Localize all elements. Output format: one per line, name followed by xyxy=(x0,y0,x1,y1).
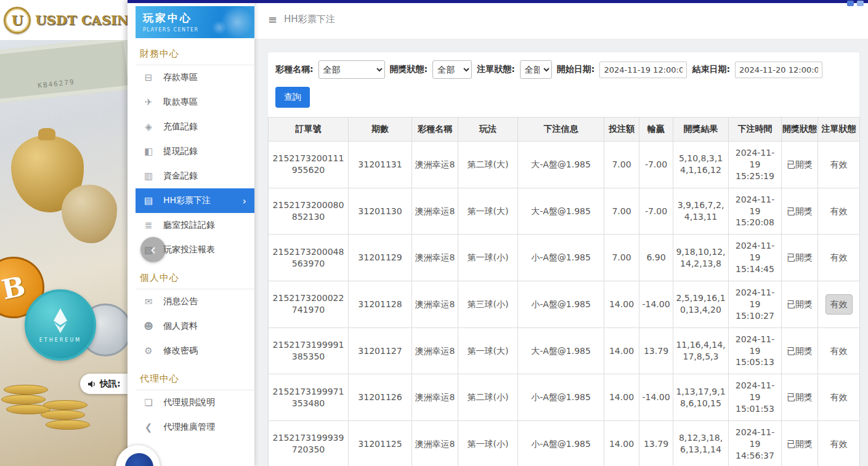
status-highlight[interactable]: 有效 xyxy=(825,294,853,315)
cell-bet-amount: 14.00 xyxy=(604,327,639,374)
table-row: 215217320008085213031201130澳洲幸运8第一球(大)大-… xyxy=(269,188,860,235)
hamburger-menu-icon[interactable]: ≡ xyxy=(268,13,277,26)
end-date-input[interactable] xyxy=(735,62,822,78)
sidebar-item-lottery-bet[interactable]: ▤HH彩票下注› xyxy=(136,188,254,213)
filter-bar: 彩種名稱: 全部 開獎狀態: 全部 注單狀態: 全部 開始日期: 結束日期: 查… xyxy=(268,60,859,108)
lottery-name-select[interactable]: 全部 xyxy=(318,60,385,79)
sidebar-item-label: 存款專區 xyxy=(163,72,198,83)
cell-order-status: 有效 xyxy=(818,281,860,328)
cell-draw-status: 已開獎 xyxy=(782,281,818,328)
cell-bet-time: 2024-11-19 15:10:27 xyxy=(729,281,782,328)
cell-bet-info: 小-A盤@1.985 xyxy=(518,235,604,281)
start-date-input[interactable] xyxy=(599,62,687,78)
gold-coin-image xyxy=(43,400,87,410)
cell-bet-amount: 7.00 xyxy=(604,188,639,235)
sidebar-item-deposit[interactable]: ⊟存款專區 xyxy=(136,65,254,90)
cell-play-type: 第二球(小) xyxy=(458,374,518,421)
sidebar-item-label: 廳室投註記錄 xyxy=(163,220,215,231)
sidebar-collapse-button[interactable]: ‹ xyxy=(140,237,166,262)
bets-panel: 彩種名稱: 全部 開獎狀態: 全部 注單狀態: 全部 開始日期: 結束日期: 查… xyxy=(268,52,859,466)
bets-table-body: 215217320011195562031201131澳洲幸运8第二球(大)大-… xyxy=(269,142,860,466)
cell-bet-time: 2024-11-19 15:01:53 xyxy=(729,374,782,421)
cell-order-no: 2152173200080852130 xyxy=(269,188,349,235)
titlebar-icons xyxy=(847,1,864,6)
cell-order-no: 2152173200022741970 xyxy=(269,281,349,328)
cell-draw-result: 2,5,19,16,10,13,4,20 xyxy=(673,281,729,328)
password-icon: ⚙ xyxy=(142,345,155,356)
search-button[interactable]: 查詢 xyxy=(275,87,310,108)
column-header: 投注額 xyxy=(604,118,639,142)
cell-bet-amount: 14.00 xyxy=(604,281,639,328)
cell-play-type: 第一球(小) xyxy=(458,421,518,466)
table-row: 215217319997135348031201126澳洲幸运8第二球(小)小-… xyxy=(269,374,860,421)
cell-lottery-name: 澳洲幸运8 xyxy=(412,188,458,235)
cell-win-loss: 13.79 xyxy=(639,421,673,466)
cell-order-status: 有效 xyxy=(818,188,860,235)
sidebar-item-password[interactable]: ⚙修改密碼 xyxy=(136,339,254,363)
cell-issue: 31201129 xyxy=(349,235,412,281)
sidebar-item-label: 取款專區 xyxy=(163,97,198,108)
sidebar-item-funds-record[interactable]: ▥資金記錄 xyxy=(136,164,254,188)
gold-coin-image xyxy=(4,385,48,395)
sidebar-item-profile[interactable]: ☻個人資料 xyxy=(136,314,254,339)
ethereum-label: ETHEREUM xyxy=(39,337,81,343)
cell-lottery-name: 澳洲幸运8 xyxy=(412,374,458,421)
banknote-image: KB46279 xyxy=(0,40,128,104)
titlebar-icon[interactable] xyxy=(847,1,854,6)
sidebar-item-label: 個人資料 xyxy=(163,321,198,332)
brand-name: USDT CASINO xyxy=(35,12,128,28)
cell-bet-time: 2024-11-19 15:25:19 xyxy=(729,142,782,188)
cell-lottery-name: 澳洲幸运8 xyxy=(412,142,458,188)
cell-draw-status: 已開獎 xyxy=(782,235,818,281)
sidebar-item-agent-promo[interactable]: ❮代理推廣管理 xyxy=(136,415,254,440)
cell-draw-status: 已開獎 xyxy=(782,142,818,188)
cell-order-no: 2152173200048563970 xyxy=(269,235,349,281)
draw-status-select[interactable]: 全部 xyxy=(432,60,472,79)
cell-draw-result: 8,12,3,18,6,13,1,14 xyxy=(673,421,729,466)
deposit-icon: ⊟ xyxy=(142,72,155,83)
main-area: ≡ HH彩票下注 彩種名稱: 全部 開獎狀態: 全部 注單狀態: 全部 開始日期… xyxy=(254,0,868,466)
cell-order-status: 有效 xyxy=(818,374,860,421)
cell-draw-status: 已開獎 xyxy=(782,188,818,235)
chevron-right-icon: › xyxy=(243,195,246,207)
withdraw-icon: ✈ xyxy=(142,97,155,108)
cell-win-loss: -14.00 xyxy=(639,374,673,421)
cell-bet-info: 小-A盤@1.985 xyxy=(518,281,604,328)
section-header: 財務中心 xyxy=(136,38,254,65)
cell-order-no: 2152173199971353480 xyxy=(269,374,349,421)
cell-draw-status: 已開獎 xyxy=(782,327,818,374)
cell-order-no: 2152173199939720350 xyxy=(269,421,349,466)
cell-play-type: 第二球(大) xyxy=(458,142,518,188)
usdt-logo-icon: U xyxy=(4,7,31,34)
cell-bet-time: 2024-11-19 15:05:13 xyxy=(729,327,782,374)
sidebar-item-agent-rules[interactable]: ❏代理規則說明 xyxy=(136,390,254,415)
sidebar-item-withdraw-record[interactable]: ◧提現記錄 xyxy=(136,139,254,164)
sidebar-item-withdraw[interactable]: ✈取款專區 xyxy=(136,90,254,114)
sidebar-item-announcement[interactable]: ✉消息公告 xyxy=(136,289,254,314)
logo-symbol: U xyxy=(11,12,23,28)
sidebar-item-label: 代理規則說明 xyxy=(163,397,215,408)
cell-draw-status: 已開獎 xyxy=(782,421,818,466)
ethereum-coin-image: ETHEREUM xyxy=(25,289,96,361)
start-date-label: 開始日期: xyxy=(557,64,595,75)
sidebar: 玩家中心 PLAYERS CENTER 財務中心⊟存款專區✈取款專區◈充值記錄◧… xyxy=(128,0,254,466)
sidebar-item-room-bet-record[interactable]: ≣廳室投註記錄 xyxy=(136,213,254,238)
cell-order-status: 有效 xyxy=(818,142,860,188)
gold-coin-image xyxy=(46,420,90,430)
cell-play-type: 第三球(小) xyxy=(458,281,518,328)
section-header: 代理中心 xyxy=(136,363,254,390)
sidebar-item-label: 消息公告 xyxy=(163,296,198,307)
cell-bet-info: 大-A盤@1.985 xyxy=(518,188,604,235)
column-header: 下注時間 xyxy=(729,118,782,142)
ethereum-diamond-icon xyxy=(51,307,70,334)
cell-issue: 31201127 xyxy=(349,327,412,374)
order-status-select[interactable]: 全部 xyxy=(520,60,552,79)
funds-record-icon: ▥ xyxy=(142,171,155,182)
cell-win-loss: 13.79 xyxy=(639,327,673,374)
withdraw-record-icon: ◧ xyxy=(142,146,155,157)
sidebar-item-recharge-record[interactable]: ◈充值記錄 xyxy=(136,114,254,139)
cell-issue: 31201128 xyxy=(349,281,412,328)
promo-region: U USDT CASINO KB46279 B ETHEREUM xyxy=(0,0,128,466)
cell-issue: 31201125 xyxy=(349,421,412,466)
titlebar-icon[interactable] xyxy=(857,1,864,6)
